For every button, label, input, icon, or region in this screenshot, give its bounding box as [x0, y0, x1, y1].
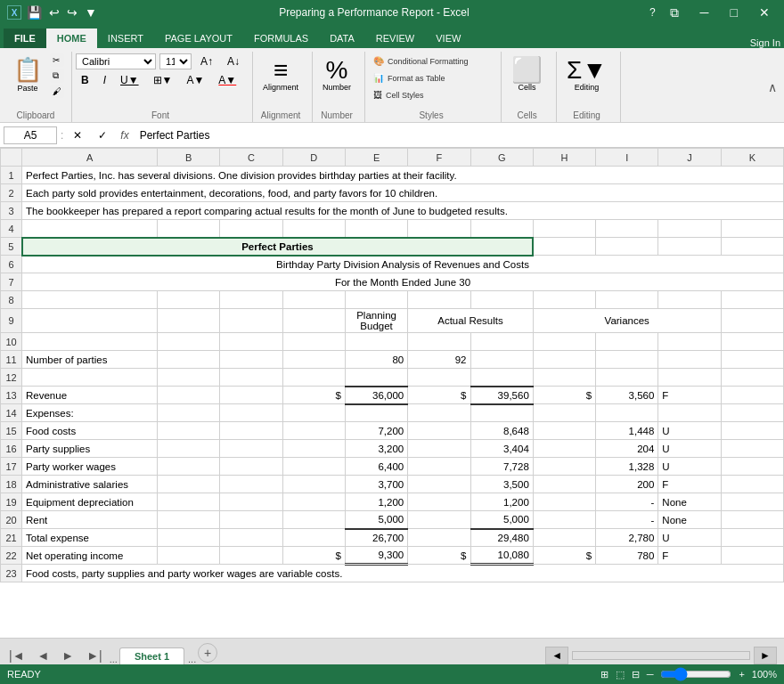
row-header-15[interactable]: 15 — [1, 422, 22, 440]
cell-9-F[interactable]: Actual Results — [408, 309, 534, 333]
row-header-23[interactable]: 23 — [1, 565, 22, 582]
sign-in-button[interactable]: Sign In — [750, 37, 780, 48]
cell-14-H[interactable] — [533, 404, 595, 422]
cell-12-G[interactable] — [470, 369, 533, 387]
cell-5-extra-3[interactable] — [721, 238, 783, 256]
row-header-4[interactable]: 4 — [1, 220, 22, 238]
cell-11-E[interactable]: 80 — [345, 351, 407, 369]
row-header-10[interactable]: 10 — [1, 333, 22, 351]
tab-formulas[interactable]: FORMULAS — [243, 28, 319, 48]
cell-10-I[interactable] — [596, 333, 658, 351]
cell-19-I[interactable]: - — [596, 493, 658, 511]
row-header-19[interactable]: 19 — [1, 493, 22, 511]
tab-view[interactable]: VIEW — [425, 28, 471, 48]
cell-10-F[interactable] — [408, 333, 470, 351]
cell-4-J[interactable] — [658, 220, 721, 238]
tab-review[interactable]: REVIEW — [365, 28, 425, 48]
cell-10-G[interactable] — [470, 333, 533, 351]
cell-18-J[interactable]: F — [658, 476, 721, 493]
cell-17-B[interactable] — [158, 458, 220, 476]
cell-10-K[interactable] — [721, 333, 783, 351]
cell-20-J[interactable]: None — [658, 511, 721, 529]
cell-14-I[interactable] — [596, 404, 658, 422]
cell-12-I[interactable] — [596, 369, 658, 387]
cell-8-J[interactable] — [658, 291, 721, 309]
cell-22-E[interactable]: 9,300 — [345, 547, 407, 565]
cell-9-B[interactable] — [158, 309, 220, 333]
cell-17-I[interactable]: 1,328 — [596, 458, 658, 476]
cell-22-D[interactable]: $ — [282, 547, 345, 565]
cell-19-E[interactable]: 1,200 — [345, 493, 407, 511]
cell-19-B[interactable] — [158, 493, 220, 511]
cell-16-G[interactable]: 3,404 — [470, 440, 533, 458]
cell-14-F[interactable] — [408, 404, 470, 422]
cell-4-B[interactable] — [158, 220, 220, 238]
cell-4-K[interactable] — [721, 220, 783, 238]
increase-font-button[interactable]: A↑ — [195, 53, 218, 69]
cell-21-I[interactable]: 2,780 — [596, 529, 658, 547]
cell-12-D[interactable] — [282, 369, 345, 387]
cell-13-I[interactable]: 3,560 — [596, 387, 658, 404]
minimize-button[interactable]: ─ — [693, 4, 716, 21]
row-header-5[interactable]: 5 — [1, 238, 22, 256]
col-header-f[interactable]: F — [408, 149, 470, 167]
help-icon[interactable]: ? — [649, 6, 656, 19]
tab-insert[interactable]: INSERT — [97, 28, 154, 48]
format-painter-button[interactable]: 🖌 — [50, 85, 64, 98]
cell-5-A[interactable]: Perfect Parties — [22, 238, 534, 256]
cell-18-H[interactable] — [533, 476, 595, 493]
col-header-d[interactable]: D — [282, 149, 345, 167]
cell-18-D[interactable] — [282, 476, 345, 493]
cell-18-C[interactable] — [220, 476, 282, 493]
cell-8-D[interactable] — [282, 291, 345, 309]
italic-button[interactable]: I — [98, 72, 111, 88]
cell-1-A[interactable]: Perfect Parties, Inc. has several divisi… — [22, 167, 784, 184]
cell-12-K[interactable] — [721, 369, 783, 387]
sheet-nav-first[interactable]: |◄ — [4, 647, 30, 664]
cell-11-C[interactable] — [220, 351, 282, 369]
cell-17-A[interactable]: Party worker wages — [22, 458, 158, 476]
cell-19-K[interactable] — [721, 493, 783, 511]
cell-19-D[interactable] — [282, 493, 345, 511]
cell-19-A[interactable]: Equipment depreciation — [22, 493, 158, 511]
cell-14-D[interactable] — [282, 404, 345, 422]
cell-7-A[interactable]: For the Month Ended June 30 — [22, 273, 784, 291]
cell-11-B[interactable] — [158, 351, 220, 369]
col-header-h[interactable]: H — [533, 149, 595, 167]
cell-10-D[interactable] — [282, 333, 345, 351]
cell-14-J[interactable] — [658, 404, 721, 422]
cell-17-E[interactable]: 6,400 — [345, 458, 407, 476]
cell-16-C[interactable] — [220, 440, 282, 458]
cell-17-J[interactable]: U — [658, 458, 721, 476]
cell-reference-input[interactable] — [4, 126, 57, 144]
cell-16-A[interactable]: Party supplies — [22, 440, 158, 458]
row-header-20[interactable]: 20 — [1, 511, 22, 529]
cell-21-C[interactable] — [220, 529, 282, 547]
cell-12-H[interactable] — [533, 369, 595, 387]
cell-20-G[interactable]: 5,000 — [470, 511, 533, 529]
cell-21-F[interactable] — [408, 529, 470, 547]
cell-9-E[interactable]: Planning Budget — [345, 309, 407, 333]
cell-9-A[interactable] — [22, 309, 158, 333]
cell-10-B[interactable] — [158, 333, 220, 351]
cell-8-E[interactable] — [345, 291, 407, 309]
row-header-18[interactable]: 18 — [1, 476, 22, 493]
cell-11-H[interactable] — [533, 351, 595, 369]
font-color-button[interactable]: A▼ — [213, 72, 241, 88]
cell-19-J[interactable]: None — [658, 493, 721, 511]
row-header-9[interactable]: 9 — [1, 309, 22, 333]
row-header-6[interactable]: 6 — [1, 256, 22, 273]
font-size-select[interactable]: 11 — [159, 53, 192, 69]
view-layout-icon[interactable]: ⬚ — [616, 669, 625, 680]
cell-15-E[interactable]: 7,200 — [345, 422, 407, 440]
sheet-scroll-left[interactable]: ◄ — [545, 647, 568, 664]
cells-button[interactable]: ⬜ Cells — [505, 53, 549, 96]
cell-20-I[interactable]: - — [596, 511, 658, 529]
cell-16-F[interactable] — [408, 440, 470, 458]
paste-button[interactable]: 📋 Paste — [7, 53, 48, 98]
cell-14-B[interactable] — [158, 404, 220, 422]
cell-22-H[interactable]: $ — [533, 547, 595, 565]
cell-4-G[interactable] — [470, 220, 533, 238]
row-header-8[interactable]: 8 — [1, 291, 22, 309]
row-header-17[interactable]: 17 — [1, 458, 22, 476]
